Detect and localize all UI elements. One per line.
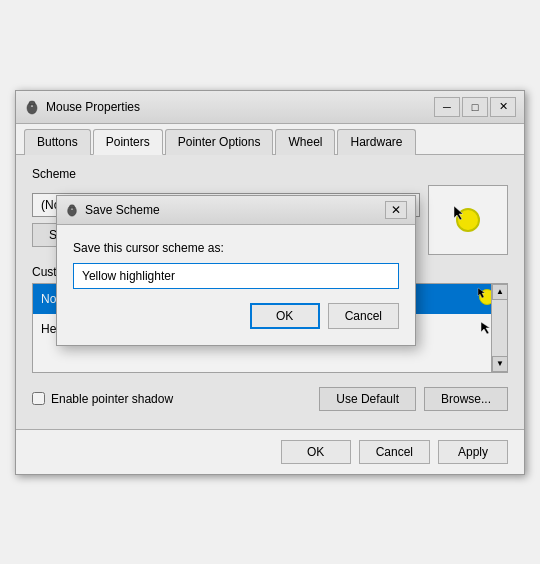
dialog-title-bar: Save Scheme ✕ bbox=[57, 196, 415, 225]
scheme-name-input[interactable] bbox=[73, 263, 399, 289]
tab-pointers[interactable]: Pointers bbox=[93, 129, 163, 155]
main-content: Scheme (None) ▼ Save As... Delete bbox=[16, 155, 524, 429]
tab-buttons[interactable]: Buttons bbox=[24, 129, 91, 155]
dialog-mouse-icon bbox=[65, 203, 79, 217]
dialog-title-text: Save Scheme bbox=[85, 203, 160, 217]
save-scheme-dialog: Save Scheme ✕ Save this cursor scheme as… bbox=[56, 195, 416, 346]
dialog-overlay: Save Scheme ✕ Save this cursor scheme as… bbox=[16, 155, 524, 429]
tab-bar: Buttons Pointers Pointer Options Wheel H… bbox=[16, 124, 524, 155]
footer: OK Cancel Apply bbox=[16, 429, 524, 474]
dialog-cancel-button[interactable]: Cancel bbox=[328, 303, 399, 329]
dialog-title-left: Save Scheme bbox=[65, 203, 160, 217]
title-bar-controls: ─ □ ✕ bbox=[434, 97, 516, 117]
mouse-properties-window: Mouse Properties ─ □ ✕ Buttons Pointers … bbox=[15, 90, 525, 475]
maximize-button[interactable]: □ bbox=[462, 97, 488, 117]
minimize-button[interactable]: ─ bbox=[434, 97, 460, 117]
tab-pointer-options[interactable]: Pointer Options bbox=[165, 129, 274, 155]
dialog-body: Save this cursor scheme as: OK Cancel bbox=[57, 225, 415, 345]
cancel-button[interactable]: Cancel bbox=[359, 440, 430, 464]
title-bar-left: Mouse Properties bbox=[24, 99, 140, 115]
tab-wheel[interactable]: Wheel bbox=[275, 129, 335, 155]
window-title: Mouse Properties bbox=[46, 100, 140, 114]
apply-button[interactable]: Apply bbox=[438, 440, 508, 464]
dialog-close-button[interactable]: ✕ bbox=[385, 201, 407, 219]
svg-point-9 bbox=[69, 204, 74, 208]
svg-point-2 bbox=[29, 101, 35, 105]
dialog-buttons: OK Cancel bbox=[73, 303, 399, 329]
tab-hardware[interactable]: Hardware bbox=[337, 129, 415, 155]
ok-button[interactable]: OK bbox=[281, 440, 351, 464]
dialog-ok-button[interactable]: OK bbox=[250, 303, 320, 329]
close-button[interactable]: ✕ bbox=[490, 97, 516, 117]
title-bar: Mouse Properties ─ □ ✕ bbox=[16, 91, 524, 124]
dialog-instruction: Save this cursor scheme as: bbox=[73, 241, 399, 255]
mouse-icon bbox=[24, 99, 40, 115]
